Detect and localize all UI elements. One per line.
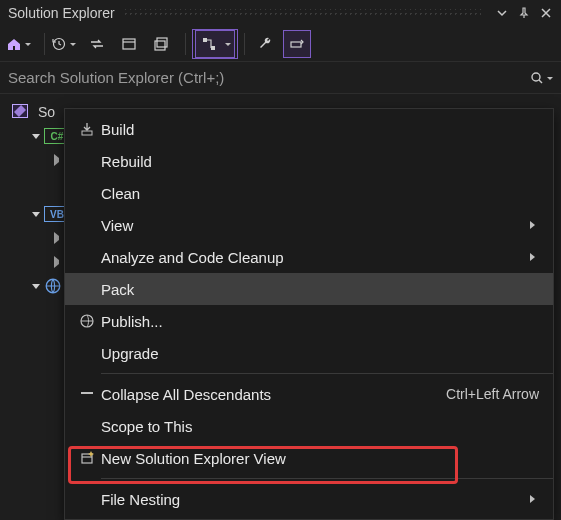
search-icon[interactable]	[519, 71, 555, 85]
menu-item-view[interactable]: View	[65, 209, 553, 241]
menu-separator	[101, 478, 553, 479]
menu-item-new-view[interactable]: New Solution Explorer View	[65, 442, 553, 474]
solution-label: So	[38, 104, 55, 120]
grip-dots[interactable]	[123, 9, 481, 17]
home-button[interactable]	[6, 30, 34, 58]
toolbar	[0, 26, 561, 62]
chevron-down-icon[interactable]	[32, 134, 40, 143]
build-icon	[73, 121, 101, 137]
menu-label: Analyze and Code Cleanup	[101, 249, 522, 266]
collapse-icon	[73, 386, 101, 402]
context-menu: Build Rebuild Clean View Analyze and Cod…	[64, 108, 554, 520]
preview-button[interactable]	[283, 30, 311, 58]
menu-item-publish[interactable]: Publish...	[65, 305, 553, 337]
pin-icon[interactable]	[515, 4, 533, 22]
menu-separator	[101, 373, 553, 374]
menu-item-nesting[interactable]: File Nesting	[65, 483, 553, 515]
new-window-icon	[73, 450, 101, 466]
svg-rect-1	[123, 39, 135, 49]
menu-label: Pack	[101, 281, 539, 298]
history-button[interactable]	[51, 30, 79, 58]
windows-stack-button[interactable]	[147, 30, 175, 58]
hierarchy-button[interactable]	[195, 30, 235, 58]
menu-item-collapse[interactable]: Collapse All Descendants Ctrl+Left Arrow	[65, 378, 553, 410]
toolbar-separator	[185, 33, 186, 55]
menu-label: Publish...	[101, 313, 539, 330]
menu-label: Collapse All Descendants	[101, 386, 446, 403]
menu-item-pack[interactable]: Pack	[65, 273, 553, 305]
chevron-down-icon[interactable]	[32, 212, 40, 221]
search-bar[interactable]: Search Solution Explorer (Ctrl+;)	[0, 62, 561, 94]
titlebar: Solution Explorer	[0, 0, 561, 26]
toolbar-separator	[44, 33, 45, 55]
svg-rect-4	[203, 38, 207, 42]
menu-item-clean[interactable]: Clean	[65, 177, 553, 209]
globe-icon	[44, 277, 62, 295]
svg-point-7	[532, 73, 540, 81]
submenu-arrow-icon	[530, 253, 539, 261]
menu-label: View	[101, 217, 522, 234]
menu-label: File Nesting	[101, 491, 522, 508]
window-button[interactable]	[115, 30, 143, 58]
close-icon[interactable]	[537, 4, 555, 22]
sync-button[interactable]	[83, 30, 111, 58]
menu-item-analyze[interactable]: Analyze and Code Cleanup	[65, 241, 553, 273]
menu-item-scope[interactable]: Scope to This	[65, 410, 553, 442]
menu-item-build[interactable]: Build	[65, 113, 553, 145]
menu-label: Upgrade	[101, 345, 539, 362]
panel-title: Solution Explorer	[8, 5, 115, 21]
svg-rect-11	[81, 392, 93, 394]
menu-label: New Solution Explorer View	[101, 450, 539, 467]
submenu-arrow-icon	[530, 495, 539, 503]
menu-label: Clean	[101, 185, 539, 202]
solution-icon	[12, 104, 32, 120]
publish-icon	[73, 313, 101, 329]
menu-item-upgrade[interactable]: Upgrade	[65, 337, 553, 369]
svg-rect-6	[291, 42, 301, 47]
toolbar-separator	[244, 33, 245, 55]
menu-label: Build	[101, 121, 539, 138]
chevron-down-icon[interactable]	[32, 284, 40, 293]
svg-rect-9	[82, 131, 92, 135]
menu-shortcut: Ctrl+Left Arrow	[446, 386, 539, 402]
svg-rect-5	[211, 46, 215, 50]
menu-label: Rebuild	[101, 153, 539, 170]
menu-label: Scope to This	[101, 418, 539, 435]
toolbar-selected-group	[192, 29, 238, 59]
wrench-button[interactable]	[251, 30, 279, 58]
menu-item-rebuild[interactable]: Rebuild	[65, 145, 553, 177]
search-placeholder: Search Solution Explorer (Ctrl+;)	[8, 69, 519, 86]
submenu-arrow-icon	[530, 221, 539, 229]
dropdown-icon[interactable]	[493, 4, 511, 22]
